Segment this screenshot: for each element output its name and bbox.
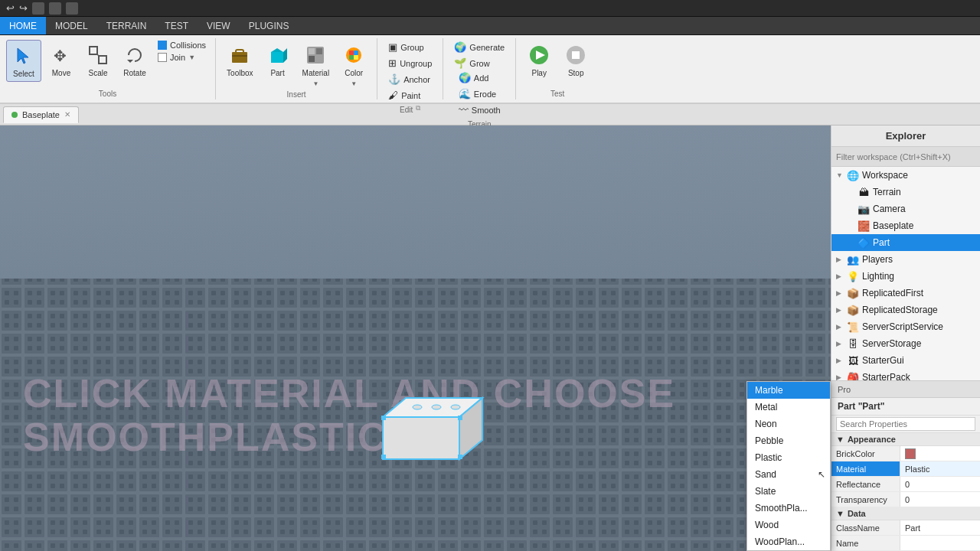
dropdown-slate[interactable]: Slate xyxy=(747,483,830,500)
ribbon-group-edit: ▣ Group ⊞ Ungroup ⚓ Anchor 🖌 Paint Edit … xyxy=(377,38,443,99)
tree-starterpack[interactable]: ▶ 🎒 StarterPack xyxy=(831,369,980,380)
data-section-header[interactable]: ▼ Data xyxy=(831,507,980,520)
paint-label: Paint xyxy=(401,91,420,100)
ribbon-group-insert: Toolbox Part xyxy=(216,38,377,99)
prop-name-value[interactable] xyxy=(900,536,980,550)
terrain-label: Terrain xyxy=(873,187,980,197)
tab-close-icon[interactable]: ✕ xyxy=(64,110,70,119)
workspace-filter-input[interactable] xyxy=(836,152,975,161)
tree-replicatedfirst[interactable]: ▶ 📦 ReplicatedFirst xyxy=(831,285,980,302)
tree-lighting[interactable]: ▶ 💡 Lighting xyxy=(831,268,980,285)
material-dropdown-arrow[interactable]: ▼ xyxy=(312,80,318,87)
erode-label: Erode xyxy=(474,90,496,99)
selected-part[interactable] xyxy=(375,394,490,463)
add-terrain-button[interactable]: 🌍 Add xyxy=(454,70,505,85)
stop-icon xyxy=(564,43,588,67)
move-button[interactable]: ✥ Move xyxy=(44,40,78,80)
tree-startergui[interactable]: ▶ 🖼 StarterGui xyxy=(831,352,980,369)
undo-icon[interactable]: ↩ xyxy=(6,2,15,14)
prop-reflectance: Reflectance 0 xyxy=(831,477,980,492)
svg-rect-15 xyxy=(309,56,315,62)
tree-players[interactable]: ▶ 👥 Players xyxy=(831,251,980,268)
dropdown-marble[interactable]: Marble xyxy=(747,382,830,399)
toolbox-label: Toolbox xyxy=(227,69,253,77)
anchor-button[interactable]: ⚓ Anchor xyxy=(384,72,436,86)
redo-icon[interactable]: ↪ xyxy=(19,2,28,14)
tree-serverstorage[interactable]: ▶ 🗄 ServerStorage xyxy=(831,335,980,352)
ungroup-label: Ungroup xyxy=(400,59,432,68)
properties-title: Part "Part" xyxy=(831,398,980,416)
rotate-button[interactable]: Rotate xyxy=(118,40,152,80)
prop-brickcolor-name: BrickColor xyxy=(831,446,900,461)
tree-terrain[interactable]: 🏔 Terrain xyxy=(831,184,980,201)
dropdown-neon[interactable]: Neon xyxy=(747,416,830,432)
part-button[interactable]: Part xyxy=(261,40,295,80)
erode-button[interactable]: 🌊 Erode xyxy=(454,86,505,101)
group-button[interactable]: ▣ Group xyxy=(384,40,436,54)
color-icon xyxy=(341,43,366,67)
dropdown-smoothplastic[interactable]: SmoothPla... xyxy=(747,500,830,517)
ungroup-button[interactable]: ⊞ Ungroup xyxy=(384,56,436,70)
color-dropdown-arrow[interactable]: ▼ xyxy=(351,80,357,87)
menu-view[interactable]: VIEW xyxy=(198,17,240,34)
tree-replicatedstorage[interactable]: ▶ 📦 ReplicatedStorage xyxy=(831,302,980,318)
menu-plugins[interactable]: PLUGINS xyxy=(240,17,299,34)
play-button[interactable]: Play xyxy=(522,40,556,80)
tree-workspace[interactable]: ▼ 🌐 Workspace xyxy=(831,167,980,184)
paint-icon: 🖌 xyxy=(388,90,398,101)
grow-button[interactable]: 🌱 Grow xyxy=(449,56,509,70)
svg-marker-11 xyxy=(283,48,287,63)
prop-material-value[interactable]: Plastic xyxy=(900,461,980,476)
generate-label: Generate xyxy=(469,43,505,52)
edit-expand-icon[interactable]: ⧉ xyxy=(416,104,420,112)
dropdown-sand[interactable]: Sand ↖ xyxy=(747,466,830,483)
prop-reflectance-value[interactable]: 0 xyxy=(900,477,980,491)
viewport[interactable]: CLICK MATERIAL AND CHOOSE SMOOTHPLASTIC xyxy=(0,126,831,551)
prop-material: Material Plastic xyxy=(831,461,980,477)
toolbox-button[interactable]: Toolbox xyxy=(222,40,257,80)
anchor-icon: ⚓ xyxy=(388,73,400,85)
collisions-checkbox[interactable]: Collisions xyxy=(155,40,209,51)
color-button[interactable]: Color xyxy=(337,40,371,80)
baseplate-tab[interactable]: Baseplate ✕ xyxy=(3,106,79,123)
players-arrow: ▶ xyxy=(836,256,844,263)
generate-button[interactable]: 🌍 Generate xyxy=(449,40,509,54)
properties-search-input[interactable] xyxy=(836,417,975,431)
toolbox-icon xyxy=(227,43,252,67)
tree-camera[interactable]: 📷 Camera xyxy=(831,201,980,217)
rs-arrow: ▶ xyxy=(836,306,844,314)
dropdown-metal[interactable]: Metal xyxy=(747,399,830,416)
join-checkbox[interactable]: Join ▼ xyxy=(155,52,209,63)
topbar-icon-group[interactable] xyxy=(66,2,78,15)
prop-brickcolor-value[interactable] xyxy=(900,446,980,461)
menu-home[interactable]: HOME xyxy=(0,17,46,34)
svg-rect-9 xyxy=(271,52,283,63)
topbar-icon-resize[interactable] xyxy=(49,2,61,15)
stop-button[interactable]: Stop xyxy=(559,40,593,80)
paint-button[interactable]: 🖌 Paint xyxy=(384,88,436,103)
menu-test[interactable]: TEST xyxy=(155,17,198,34)
prop-transparency-value[interactable]: 0 xyxy=(900,492,980,507)
tree-part[interactable]: 🔷 Part xyxy=(831,234,980,251)
scale-button[interactable]: Scale xyxy=(81,40,115,80)
dropdown-wood[interactable]: Wood xyxy=(747,517,830,533)
menu-model[interactable]: MODEL xyxy=(46,17,97,34)
smooth-button[interactable]: 〰 Smooth xyxy=(454,103,505,117)
dropdown-woodplank[interactable]: WoodPlan... xyxy=(747,533,830,550)
lighting-icon: 💡 xyxy=(847,270,859,282)
menu-terrain[interactable]: TERRAIN xyxy=(97,17,156,34)
material-button[interactable]: Material xyxy=(298,40,335,80)
tree-serverscriptservice[interactable]: ▶ 📜 ServerScriptService xyxy=(831,318,980,335)
tree-baseplate[interactable]: 🧱 Baseplate xyxy=(831,217,980,234)
dropdown-plastic[interactable]: Plastic xyxy=(747,449,830,466)
move-icon: ✥ xyxy=(49,43,74,67)
ribbon-group-terrain: 🌍 Generate 🌱 Grow 🌍 Add 🌊 Erode 〰 Smooth… xyxy=(443,38,516,99)
edit-buttons: ▣ Group ⊞ Ungroup ⚓ Anchor 🖌 Paint xyxy=(384,40,436,103)
dropdown-pebble[interactable]: Pebble xyxy=(747,432,830,449)
edit-group-label: Edit xyxy=(400,103,413,114)
baseplate-label: Baseplate xyxy=(873,220,980,231)
select-button[interactable]: Select xyxy=(6,40,41,82)
topbar-icon-move[interactable] xyxy=(32,2,44,15)
players-icon: 👥 xyxy=(847,253,859,266)
appearance-section-header[interactable]: ▼ Appearance xyxy=(831,433,980,446)
